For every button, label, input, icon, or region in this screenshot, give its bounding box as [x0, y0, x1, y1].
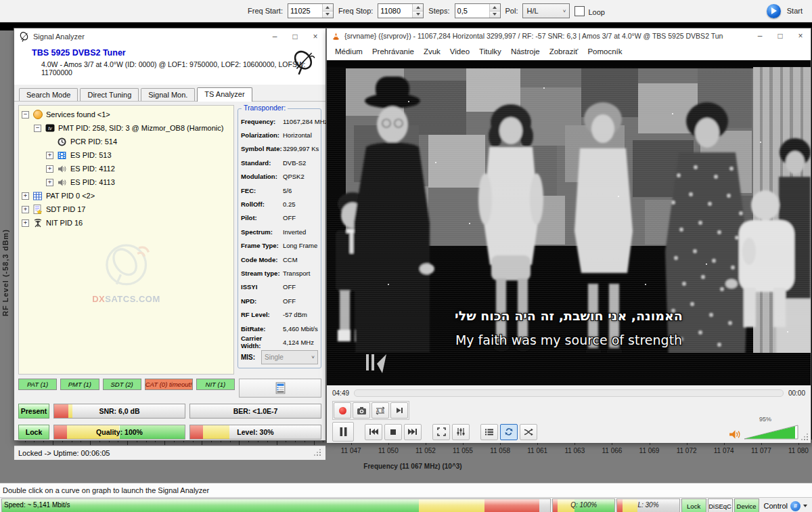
freq-stop-down-button[interactable]: [413, 11, 423, 18]
freq-start-input[interactable]: [288, 4, 322, 18]
diseqc-button[interactable]: DiSEqC: [708, 498, 733, 512]
speed-text: Speed: ~ 5,141 Mbit/s: [2, 499, 550, 511]
video-area[interactable]: האמונה, אני חושבת, זה היה הכוח שלי My fa…: [327, 60, 811, 385]
collapse-icon[interactable]: −: [34, 125, 41, 132]
resize-grip[interactable]: [802, 434, 809, 441]
menu-n-stroje[interactable]: Nástroje: [506, 47, 545, 56]
tab-direct-tuning[interactable]: Direct Tuning: [80, 88, 139, 101]
tree-row[interactable]: +ES PID: 4112: [46, 162, 232, 175]
minimize-button[interactable]: –: [265, 28, 285, 45]
freq-stop-input[interactable]: [378, 4, 412, 18]
close-button[interactable]: ×: [305, 28, 325, 45]
freq-start-down-button[interactable]: [323, 11, 333, 18]
loop-checkbox[interactable]: [574, 6, 585, 16]
loop-button[interactable]: [500, 424, 518, 440]
shuffle-icon: [524, 428, 533, 436]
tree-row-label: Services found <1>: [46, 110, 110, 119]
expand-icon[interactable]: +: [22, 192, 29, 200]
record-button[interactable]: [334, 402, 351, 419]
ts-report-button[interactable]: [239, 379, 321, 398]
steps-input[interactable]: [455, 4, 489, 18]
svg-text:tv: tv: [48, 126, 52, 131]
tree-row[interactable]: −Services found <1>: [22, 108, 232, 121]
mis-select[interactable]: Single˅: [261, 350, 318, 364]
tab-ts-analyzer[interactable]: TS Analyzer: [197, 87, 252, 102]
record-icon: [339, 407, 346, 414]
shuffle-button[interactable]: [520, 424, 537, 440]
device-button[interactable]: Device: [734, 498, 759, 512]
freq-start-stepper[interactable]: [288, 3, 334, 18]
maximize-button[interactable]: □: [285, 28, 305, 45]
pol-select[interactable]: H/L˅: [522, 3, 570, 18]
speed-bar: Speed: ~ 5,141 Mbit/s: [1, 498, 551, 512]
expand-icon[interactable]: +: [46, 179, 53, 186]
vlc-controls: 04:49 00:00 AB 95%: [327, 385, 811, 443]
transponder-row: Spectrum:Inverted: [241, 225, 318, 238]
snapshot-button[interactable]: [353, 402, 370, 419]
expand-icon[interactable]: +: [22, 219, 29, 227]
tab-search-mode[interactable]: Search Mode: [19, 88, 78, 101]
ts-tree-panel[interactable]: DXSATCS.COM −Services found <1>−tvPMT PI…: [18, 105, 234, 375]
time-remaining: 00:00: [788, 389, 805, 397]
signal-analyzer-titlebar[interactable]: Signal Analyzer – □ ×: [14, 28, 325, 45]
collapse-icon[interactable]: −: [22, 111, 29, 119]
menu-zvuk[interactable]: Zvuk: [419, 47, 445, 56]
tree-row[interactable]: +NIT PID 16: [22, 216, 232, 230]
menu-prehr-vanie[interactable]: Prehrávanie: [367, 47, 419, 56]
svg-text:A: A: [376, 408, 380, 412]
next-button[interactable]: [404, 424, 422, 440]
lock-status-button[interactable]: Lock: [681, 498, 706, 512]
tree-row[interactable]: +ES PID: 513: [46, 148, 232, 162]
minimize-button[interactable]: –: [750, 28, 770, 43]
expand-icon[interactable]: +: [46, 152, 53, 159]
tree-row-label: ES PID: 513: [70, 151, 112, 159]
tree-row-label: ES PID: 4113: [70, 178, 115, 186]
start-icon[interactable]: [767, 4, 781, 18]
vlc-titlebar[interactable]: {srvname} ({srvprov}) - 11067,284 Horizo…: [327, 28, 811, 43]
equalizer-button[interactable]: [452, 424, 470, 440]
freq-stop-stepper[interactable]: [378, 3, 424, 18]
control-menu[interactable]: Control #: [761, 498, 811, 512]
playlist-button[interactable]: [480, 424, 498, 440]
stop-button[interactable]: [384, 424, 402, 440]
resize-grip[interactable]: [315, 450, 321, 456]
quality-bar: Quality: 100%: [53, 425, 185, 440]
start-button-label[interactable]: Start: [787, 7, 803, 15]
menu-pomocn-k[interactable]: Pomocník: [583, 47, 627, 56]
table-badges-row: PAT (1)PMT (1)SDT (2)CAT (0) timeout!NIT…: [14, 375, 325, 398]
steps-up-button[interactable]: [490, 4, 500, 11]
volume-slider[interactable]: [744, 425, 798, 440]
menu-m-dium[interactable]: Médium: [330, 47, 367, 56]
menu-titulky[interactable]: Titulky: [474, 47, 506, 56]
close-button[interactable]: ×: [790, 28, 811, 43]
menu-video[interactable]: Video: [445, 47, 474, 56]
tree-row[interactable]: −tvPMT PID: 258, SID: 3 @ Mizmor_OB8 (Ha…: [34, 121, 232, 135]
tree-row[interactable]: +SDT PID 17: [22, 202, 232, 216]
expand-icon[interactable]: +: [46, 165, 53, 173]
loop-checkbox-group[interactable]: Loop: [574, 6, 604, 16]
previous-button[interactable]: [365, 424, 382, 440]
tree-row[interactable]: +ES PID: 4113: [46, 175, 232, 189]
seek-bar[interactable]: [354, 389, 784, 397]
tab-signal-mon-[interactable]: Signal Mon.: [141, 88, 195, 101]
maximize-button[interactable]: □: [770, 28, 790, 43]
frame-step-button[interactable]: [390, 402, 408, 419]
screen: Freq Start: Freq Stop: Steps: Pol: H/L˅ …: [0, 0, 812, 512]
freq-stop-up-button[interactable]: [413, 4, 423, 11]
analyzer-tabs: Search ModeDirect TuningSignal Mon.TS An…: [14, 85, 325, 102]
tree-row[interactable]: +PAT PID 0 <2>: [22, 189, 232, 202]
fullscreen-button[interactable]: [432, 424, 450, 440]
expand-icon[interactable]: +: [22, 206, 29, 213]
menu-zobrazi-[interactable]: Zobraziť: [545, 47, 583, 56]
steps-stepper[interactable]: [455, 3, 501, 18]
steps-label: Steps:: [428, 7, 449, 15]
pause-button[interactable]: [332, 422, 354, 442]
bottom-statusbar: Speed: ~ 5,141 Mbit/s Q: 100% L: 30% Loc…: [0, 498, 812, 512]
steps-down-button[interactable]: [490, 11, 500, 18]
next-icon: [408, 428, 418, 435]
tree-row[interactable]: PCR PID: 514: [46, 135, 232, 148]
volume-control[interactable]: 95%: [729, 425, 805, 440]
ab-loop-button[interactable]: AB: [371, 402, 389, 419]
freq-start-up-button[interactable]: [323, 4, 333, 11]
spectrum-graph-background: RF Level (-58,3 dBm) 11 02811 03011 0331…: [0, 22, 812, 483]
